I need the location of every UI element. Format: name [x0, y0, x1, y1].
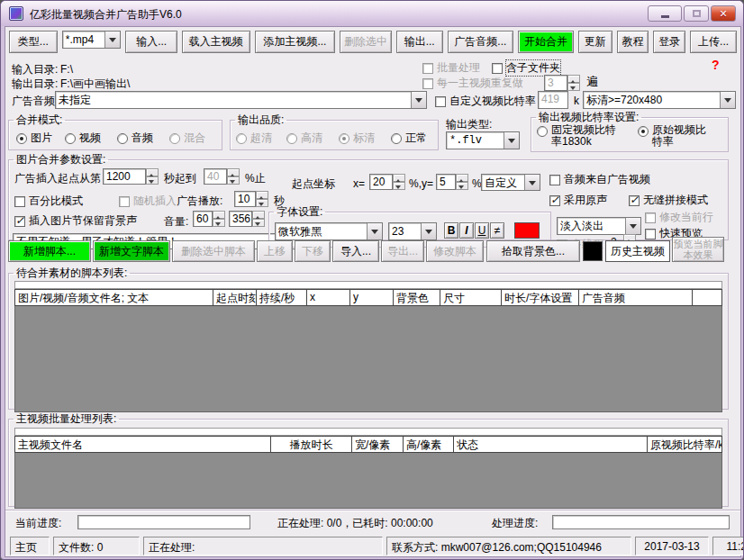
underline-button[interactable]: U	[475, 222, 489, 239]
repeat-checkbox[interactable]: 每一主视频重复做	[422, 76, 523, 91]
pick-bg-color-button[interactable]: 拾取背景色...	[486, 240, 580, 262]
insert-start-stepper[interactable]: 1200	[103, 168, 159, 185]
upload-button[interactable]: 上传...	[690, 31, 737, 53]
update-button[interactable]: 更新	[578, 31, 612, 53]
position-combobox[interactable]: 自定义	[481, 174, 540, 191]
volume1-stepper[interactable]: 60	[193, 211, 225, 227]
statusbar-home[interactable]: 主页	[10, 537, 50, 555]
delete-script-button: 删除选中脚本	[172, 240, 255, 262]
type-button[interactable]: 类型...	[9, 31, 58, 53]
quality-title: 输出品质:	[235, 114, 286, 125]
dropdown-arrow-icon[interactable]	[421, 223, 436, 239]
add-main-video-button[interactable]: 添加主视频...	[255, 31, 336, 53]
minimize-button[interactable]	[648, 5, 682, 22]
script-table-body[interactable]	[14, 306, 722, 412]
ad-audio-button[interactable]: 广告音频...	[448, 31, 514, 53]
current-progress-bar	[77, 515, 250, 529]
dropdown-arrow-icon[interactable]	[720, 92, 735, 108]
ad-audio-combobox[interactable]: 未指定	[55, 91, 427, 109]
main-table-body[interactable]	[14, 453, 722, 509]
fixed-bitrate-radio[interactable]: 固定视频比特率1830k	[537, 124, 616, 148]
quality-normal-radio[interactable]: 正常	[391, 131, 427, 146]
column-header[interactable]: 起点时刻	[213, 290, 257, 305]
dropdown-arrow-icon[interactable]	[524, 175, 540, 190]
help-icon[interactable]: ?	[712, 59, 720, 71]
column-header[interactable]: 时长/字体设置	[502, 290, 579, 305]
column-header[interactable]: 尺寸	[440, 290, 502, 305]
bg-color-swatch[interactable]	[583, 241, 603, 261]
dropdown-arrow-icon[interactable]	[104, 32, 120, 48]
resolution-preset-combobox[interactable]: 标清>=720x480	[583, 91, 736, 109]
add-script-button[interactable]: 新增脚本...	[8, 240, 91, 262]
column-header[interactable]: 状态	[454, 437, 648, 452]
keep-bg-sound-checkbox[interactable]: 插入图片节保留背景声	[14, 213, 137, 229]
batch-process-checkbox[interactable]: 批量处理	[422, 60, 480, 76]
stepper-arrows-icon[interactable]	[146, 168, 159, 185]
stepper-arrows-icon[interactable]	[213, 211, 225, 227]
volume2-stepper[interactable]: 356	[229, 211, 265, 227]
column-header[interactable]: 播放时长	[271, 437, 352, 452]
audio-from-ad-checkbox[interactable]: 音频来自广告视频	[549, 172, 650, 187]
column-header[interactable]: 图片/视频/音频文件名; 文本	[15, 290, 213, 305]
stepper-arrows-icon[interactable]	[227, 168, 240, 185]
use-original-audio-checkbox[interactable]: 采用原声	[549, 193, 607, 208]
stepper-arrows-icon[interactable]	[252, 211, 265, 227]
titlebar[interactable]: 亿彩批量视频合并广告助手V6.0 ✕	[1, 1, 743, 26]
include-subfolder-checkbox[interactable]: 含子文件夹	[492, 60, 560, 76]
column-header[interactable]: 持续/秒	[257, 290, 307, 305]
column-header[interactable]: 原视频比特率/k	[648, 437, 721, 452]
import-button[interactable]: 导入...	[332, 240, 379, 262]
fade-effect-combobox[interactable]: 淡入淡出	[557, 217, 641, 235]
add-text-script-button[interactable]: 新增文字脚本	[93, 240, 170, 262]
column-header[interactable]: 广告音频	[579, 290, 693, 305]
column-header[interactable]: 主视频文件名	[15, 437, 271, 452]
login-button[interactable]: 登录	[653, 31, 685, 53]
dropdown-arrow-icon[interactable]	[625, 218, 640, 234]
mode-image-radio[interactable]: 图片	[16, 131, 52, 146]
output-type-combobox[interactable]: *.flv	[446, 131, 520, 149]
stepper-arrows-icon[interactable]	[256, 191, 268, 207]
percent-mode-checkbox[interactable]: 百分比模式	[14, 194, 83, 209]
output-button[interactable]: 输出...	[396, 31, 443, 53]
close-button[interactable]: ✕	[711, 5, 736, 22]
load-main-video-button[interactable]: 载入主视频	[182, 31, 250, 53]
minimize-icon	[661, 15, 669, 18]
font-color-swatch[interactable]	[514, 222, 540, 239]
column-header[interactable]: 宽/像素	[352, 437, 404, 452]
script-table-header: 图片/视频/音频文件名; 文本 起点时刻 持续/秒 x y 背景色 尺寸 时长/…	[14, 289, 722, 306]
seamless-mode-checkbox[interactable]: 无缝拼接模式	[629, 193, 708, 208]
dropdown-arrow-icon[interactable]	[504, 132, 519, 149]
maximize-button[interactable]	[684, 5, 709, 22]
italic-button[interactable]: I	[459, 222, 474, 239]
custom-bitrate-checkbox[interactable]: 自定义视频比特率	[435, 94, 536, 109]
column-header[interactable]: 背景色	[394, 290, 440, 305]
strikeout-button[interactable]: ≠	[490, 222, 504, 239]
history-main-video-button[interactable]: 历史主视频	[605, 240, 670, 262]
mode-video-radio[interactable]: 视频	[65, 131, 101, 146]
ad-play-stepper[interactable]: 10	[234, 191, 268, 207]
bitrate-value-field[interactable]: 419	[538, 91, 568, 109]
insert-end-stepper[interactable]: 40	[204, 168, 240, 185]
filetype-combobox[interactable]: *.mp4	[62, 31, 122, 49]
column-header[interactable]: x	[307, 290, 350, 305]
stepper-arrows-icon[interactable]	[456, 174, 468, 190]
input-button[interactable]: 输入...	[125, 31, 177, 53]
start-merge-button[interactable]: 开始合并	[518, 31, 574, 53]
repeat-count-stepper[interactable]: 3	[544, 75, 580, 91]
tutorial-button[interactable]: 教程	[617, 31, 649, 53]
mode-audio-radio[interactable]: 音频	[117, 131, 153, 146]
font-name-combobox[interactable]: 微软雅黑	[275, 222, 383, 240]
x-coord-stepper[interactable]: 20	[369, 174, 405, 190]
dropdown-arrow-icon[interactable]	[411, 92, 426, 108]
stepper-arrows-icon[interactable]	[567, 75, 580, 91]
original-bitrate-radio[interactable]: 原始视频比特率	[638, 124, 706, 148]
column-header[interactable]: y	[350, 290, 394, 305]
bold-button[interactable]: B	[444, 222, 458, 239]
y-coord-stepper[interactable]: 5	[436, 174, 468, 190]
stepper-arrows-icon[interactable]	[393, 174, 405, 190]
font-size-combobox[interactable]: 23	[388, 222, 437, 240]
column-header[interactable]: 高/像素	[404, 437, 454, 452]
main-table-header: 主视频文件名 播放时长 宽/像素 高/像素 状态 原视频比特率/k	[14, 436, 722, 453]
repeat-unit-label: 遍	[586, 76, 598, 88]
dropdown-arrow-icon[interactable]	[367, 223, 382, 239]
